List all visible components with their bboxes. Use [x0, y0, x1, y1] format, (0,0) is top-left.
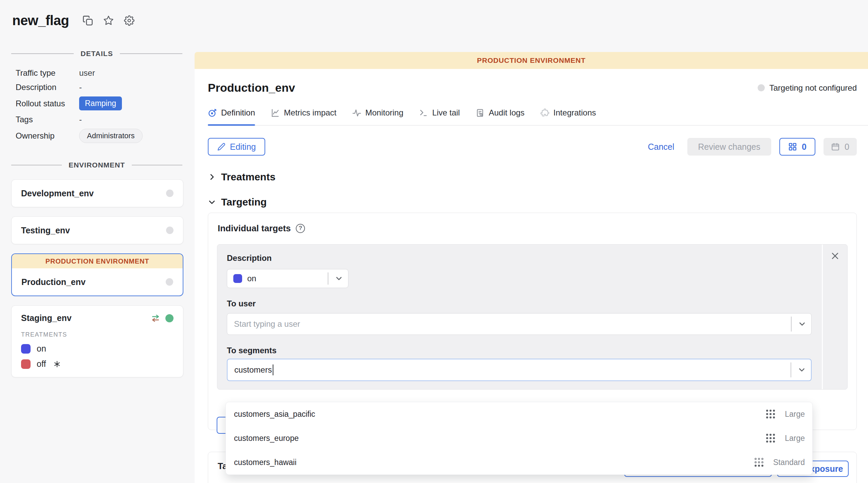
environment-list: Development_env Testing_env PRODUCTION E… — [11, 179, 183, 387]
rollout-status-badge: Ramping — [79, 96, 122, 110]
audit-logs-icon — [475, 108, 485, 118]
chevron-down-icon — [208, 198, 216, 206]
tab-live-tail[interactable]: Live tail — [419, 108, 460, 125]
tab-monitoring[interactable]: Monitoring — [352, 108, 403, 125]
divider — [11, 165, 62, 165]
individual-target-rule: Description on To user Start typing a us… — [217, 244, 848, 390]
targeting-status: Targeting not configured — [758, 83, 857, 93]
env-active-dot — [165, 314, 174, 322]
to-user-label: To user — [227, 299, 812, 309]
treatment-off-swatch — [21, 359, 31, 369]
detail-row-description: Description - — [16, 82, 182, 92]
grid-icon — [788, 142, 797, 151]
help-icon[interactable]: ? — [296, 224, 305, 233]
divider — [328, 272, 328, 285]
segments-dropdown: customers_asia_pacific Large customers_e… — [225, 402, 813, 475]
tab-metrics-impact[interactable]: Metrics impact — [271, 108, 337, 125]
production-environment-banner: PRODUCTION ENVIRONMENT — [195, 52, 868, 69]
details-heading-label: DETAILS — [80, 50, 113, 58]
treatment-on-row: on — [21, 344, 174, 354]
divider — [132, 165, 182, 165]
segment-size-large-icon — [766, 434, 775, 443]
to-segments-label: To segments — [227, 346, 812, 356]
default-treatment-asterisk-icon — [53, 360, 61, 368]
environment-heading-label: ENVIRONMENT — [69, 161, 125, 169]
env-card-development[interactable]: Development_env — [11, 179, 183, 207]
close-icon[interactable] — [831, 251, 840, 261]
tab-integrations[interactable]: Integrations — [540, 108, 596, 125]
detail-row-traffic-type: Traffic type user — [16, 68, 182, 78]
tab-definition[interactable]: Definition — [208, 108, 255, 125]
tab-audit-logs[interactable]: Audit logs — [475, 108, 524, 125]
editing-button[interactable]: Editing — [208, 138, 265, 156]
treatment-on-swatch — [233, 274, 242, 283]
chevron-down-icon — [797, 365, 806, 374]
segment-option-asia-pacific[interactable]: customers_asia_pacific Large — [226, 402, 812, 426]
pencil-icon — [217, 143, 225, 151]
env-card-staging[interactable]: Staging_env TREATMENTS on — [11, 305, 183, 377]
treatment-on-swatch — [21, 344, 31, 354]
divider — [11, 53, 74, 54]
divider — [791, 317, 792, 332]
integrations-icon — [540, 108, 549, 118]
details-list: Traffic type user Description - Rollout … — [16, 68, 182, 147]
targeting-section-toggle[interactable]: Targeting — [208, 196, 857, 208]
env-card-testing[interactable]: Testing_env — [11, 216, 183, 244]
env-status-dot — [166, 190, 174, 197]
metrics-impact-icon — [271, 108, 280, 118]
detail-row-rollout-status: Rollout status Ramping — [16, 96, 182, 110]
transfer-arrows-icon — [150, 314, 161, 323]
detail-row-ownership: Ownership Administrators — [16, 129, 182, 143]
segment-option-europe[interactable]: customers_europe Large — [226, 426, 812, 450]
environment-section-heading: ENVIRONMENT — [11, 161, 182, 169]
env-status-dot — [166, 227, 174, 234]
page-title-production-env: Production_env — [208, 81, 295, 94]
schedule-count-button[interactable]: 0 — [824, 138, 857, 156]
segment-size-standard-icon — [755, 458, 764, 467]
divider — [120, 53, 182, 54]
cancel-link[interactable]: Cancel — [648, 142, 674, 152]
detail-row-tags: Tags - — [16, 114, 182, 125]
ownership-pill[interactable]: Administrators — [79, 129, 143, 143]
treatment-off-row: off — [21, 359, 174, 369]
rule-close-column — [822, 245, 847, 389]
chevron-down-icon — [798, 320, 807, 328]
sidebar: DETAILS Traffic type user Description - … — [0, 0, 195, 483]
production-environment-label: PRODUCTION ENVIRONMENT — [12, 254, 183, 268]
to-user-input[interactable]: Start typing a user — [227, 313, 812, 335]
live-tail-icon — [419, 108, 428, 118]
change-count-button[interactable]: 0 — [779, 138, 815, 156]
text-caret — [273, 364, 273, 375]
calendar-icon — [831, 142, 840, 151]
tab-bar: Definition Metrics impact Monitoring Liv… — [208, 108, 868, 126]
segment-option-hawaii[interactable]: customers_hawaii Standard — [226, 450, 812, 475]
individual-targets-card: Individual targets ? Description on To u… — [208, 213, 857, 430]
segment-size-large-icon — [766, 410, 775, 419]
divider — [791, 362, 791, 377]
chevron-down-icon — [334, 274, 343, 283]
details-section-heading: DETAILS — [11, 50, 182, 58]
env-card-production[interactable]: PRODUCTION ENVIRONMENT Production_env — [11, 253, 183, 296]
description-label: Description — [227, 253, 812, 264]
chevron-right-icon — [208, 173, 216, 181]
definition-icon — [208, 108, 217, 118]
main-panel: PRODUCTION ENVIRONMENT Production_env Ta… — [195, 52, 868, 483]
treatments-section-toggle[interactable]: Treatments — [208, 171, 857, 183]
env-status-dot — [166, 278, 173, 286]
status-dot — [758, 84, 765, 91]
treatment-select[interactable]: on — [227, 269, 348, 288]
treatments-heading: TREATMENTS — [21, 331, 174, 338]
to-segments-input[interactable]: customers — [227, 359, 812, 381]
review-changes-button[interactable]: Review changes — [687, 138, 771, 156]
monitoring-icon — [352, 108, 361, 118]
